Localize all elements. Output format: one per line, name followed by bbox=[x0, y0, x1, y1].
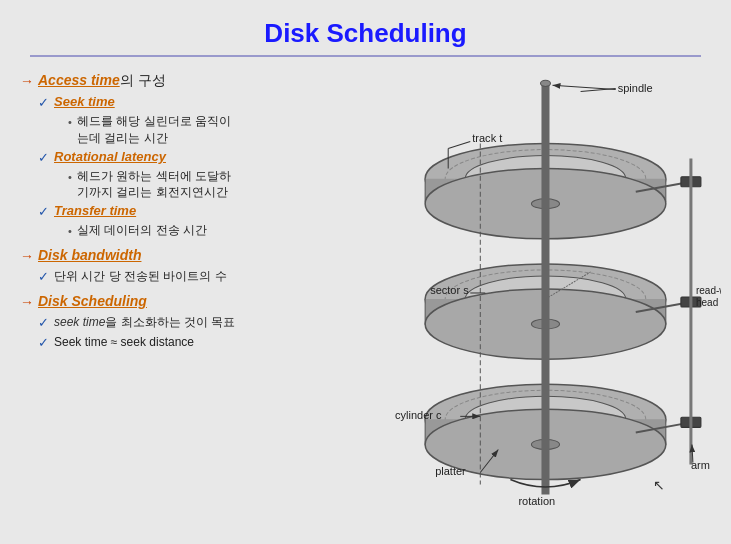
checkmark-icon: ✓ bbox=[38, 315, 49, 330]
access-time-link: Access time bbox=[38, 72, 120, 88]
checkmark-icon: ✓ bbox=[38, 335, 49, 350]
bandwidth-text: 단위 시간 당 전송된 바이트의 수 bbox=[54, 268, 227, 285]
scheduling-item-2: ✓ Seek time ≈ seek distance bbox=[38, 334, 380, 351]
svg-text:rotation: rotation bbox=[518, 495, 555, 507]
bullet-icon: • bbox=[68, 171, 72, 183]
bullet-item: • 실제 데이터의 전송 시간 bbox=[68, 222, 380, 239]
svg-text:arm: arm bbox=[691, 460, 710, 472]
left-panel: → Access time의 구성 ✓ Seek time • 헤드를 해당 bbox=[20, 67, 380, 531]
bandwidth-check-item: ✓ 단위 시간 당 전송된 바이트의 수 bbox=[38, 268, 380, 285]
svg-text:read-write: read-write bbox=[696, 285, 721, 296]
arrow-icon: → bbox=[20, 294, 34, 310]
transfer-time-item: ✓ Transfer time bbox=[38, 203, 380, 219]
svg-line-36 bbox=[553, 85, 616, 89]
disk-bandwidth-title: Disk bandwidth bbox=[38, 247, 141, 263]
arrow-icon: → bbox=[20, 248, 34, 264]
slide: Disk Scheduling → Access time의 구성 ✓ Seek… bbox=[0, 0, 731, 544]
bullet-text: 헤드를 해당 실린더로 움직이는데 걸리는 시간 bbox=[77, 113, 231, 147]
svg-text:head: head bbox=[696, 297, 718, 308]
right-panel: track t spindle sector s cylinder c read… bbox=[380, 67, 721, 531]
access-time-title: Access time의 구성 bbox=[38, 72, 166, 90]
section-access-time: → Access time의 구성 ✓ Seek time • 헤드를 해당 bbox=[20, 72, 380, 239]
seek-time-item: ✓ Seek time bbox=[38, 94, 380, 110]
svg-point-20 bbox=[540, 80, 550, 86]
transfer-time-label: Transfer time bbox=[54, 203, 136, 218]
disk-bandwidth-link: Disk bandwidth bbox=[38, 247, 141, 263]
checkmark-icon: ✓ bbox=[38, 95, 49, 110]
rotational-latency-label: Rotational latency bbox=[54, 149, 166, 164]
disk-scheduling-items: ✓ seek time을 최소화하는 것이 목표 ✓ Seek time ≈ s… bbox=[38, 314, 380, 351]
access-time-ko: 의 구성 bbox=[120, 72, 166, 88]
svg-text:platter: platter bbox=[435, 465, 466, 477]
arrow-icon: → bbox=[20, 73, 34, 89]
svg-text:track t: track t bbox=[472, 132, 502, 144]
transfer-time-bullets: • 실제 데이터의 전송 시간 bbox=[68, 222, 380, 239]
disk-bandwidth-items: ✓ 단위 시간 당 전송된 바이트의 수 bbox=[38, 268, 380, 285]
content-area: → Access time의 구성 ✓ Seek time • 헤드를 해당 bbox=[0, 57, 731, 531]
svg-text:↖: ↖ bbox=[653, 477, 665, 493]
bullet-icon: • bbox=[68, 116, 72, 128]
title-area: Disk Scheduling bbox=[30, 0, 701, 57]
rotational-latency-bullets: • 헤드가 원하는 섹터에 도달하기까지 걸리는 회전지연시간 bbox=[68, 168, 380, 202]
checkmark-icon: ✓ bbox=[38, 269, 49, 284]
disk-bandwidth-header: → Disk bandwidth bbox=[20, 247, 380, 264]
bullet-text: 실제 데이터의 전송 시간 bbox=[77, 222, 207, 239]
svg-text:sector s: sector s bbox=[430, 284, 469, 296]
disk-scheduling-header: → Disk Scheduling bbox=[20, 293, 380, 310]
section-disk-scheduling: → Disk Scheduling ✓ seek time을 최소화하는 것이 … bbox=[20, 293, 380, 351]
disk-scheduling-title: Disk Scheduling bbox=[38, 293, 147, 309]
scheduling-text-2: Seek time ≈ seek distance bbox=[54, 334, 194, 351]
checkmark-icon: ✓ bbox=[38, 204, 49, 219]
seek-time-bullets: • 헤드를 해당 실린더로 움직이는데 걸리는 시간 bbox=[68, 113, 380, 147]
seek-time-label: Seek time bbox=[54, 94, 115, 109]
disk-scheduling-link: Disk Scheduling bbox=[38, 293, 147, 309]
bullet-item: • 헤드가 원하는 섹터에 도달하기까지 걸리는 회전지연시간 bbox=[68, 168, 380, 202]
bullet-icon: • bbox=[68, 225, 72, 237]
svg-line-32 bbox=[448, 142, 470, 149]
checkmark-icon: ✓ bbox=[38, 150, 49, 165]
svg-text:spindle: spindle bbox=[618, 82, 653, 94]
section-disk-bandwidth: → Disk bandwidth ✓ 단위 시간 당 전송된 바이트의 수 bbox=[20, 247, 380, 285]
scheduling-text-1: seek time을 최소화하는 것이 목표 bbox=[54, 314, 235, 331]
page-title: Disk Scheduling bbox=[264, 18, 466, 48]
bullet-text: 헤드가 원하는 섹터에 도달하기까지 걸리는 회전지연시간 bbox=[77, 168, 231, 202]
access-time-items: ✓ Seek time • 헤드를 해당 실린더로 움직이는데 걸리는 시간 ✓… bbox=[38, 94, 380, 239]
access-time-header: → Access time의 구성 bbox=[20, 72, 380, 90]
svg-text:cylinder c: cylinder c bbox=[395, 409, 442, 421]
rotational-latency-item: ✓ Rotational latency bbox=[38, 149, 380, 165]
bullet-item: • 헤드를 해당 실린더로 움직이는데 걸리는 시간 bbox=[68, 113, 380, 147]
scheduling-item-1: ✓ seek time을 최소화하는 것이 목표 bbox=[38, 314, 380, 331]
disk-diagram: track t spindle sector s cylinder c read… bbox=[380, 67, 721, 531]
